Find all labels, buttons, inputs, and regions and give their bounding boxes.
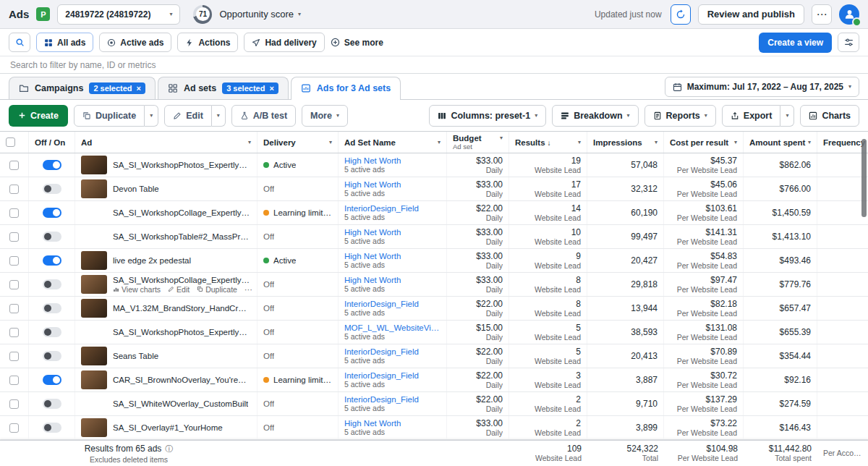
adset-link[interactable]: InteriorDesign_Field xyxy=(344,300,419,308)
search-filter-button[interactable] xyxy=(9,33,30,52)
more-menu-button[interactable]: More ▾ xyxy=(302,105,348,127)
date-range-selector[interactable]: Maximum: Jul 17, 2022 – Aug 17, 2025 ▾ xyxy=(665,77,859,97)
ad-status-toggle[interactable] xyxy=(43,255,61,266)
results-label: Website Lead xyxy=(535,310,581,318)
ad-status-toggle[interactable] xyxy=(43,423,61,433)
opportunity-score-dropdown[interactable]: Opportunity score ▾ xyxy=(219,9,301,20)
header-impressions[interactable]: Impressions▾ xyxy=(587,132,664,153)
header-results[interactable]: Results↓ ▾ xyxy=(509,132,587,153)
ad-name-link[interactable]: CAR_SI_BrownNoOverlay_You'reBetter xyxy=(113,376,251,384)
adset-link[interactable]: InteriorDesign_Field xyxy=(344,204,419,213)
duplicate-action[interactable]: Duplicate xyxy=(197,285,237,294)
view-charts-action[interactable]: View charts xyxy=(113,285,161,294)
header-cost-per-result[interactable]: Cost per result▾ xyxy=(664,132,744,153)
ad-status-toggle[interactable] xyxy=(43,375,61,385)
ad-name-link[interactable]: SA_SI_WhiteWOverlay_CustomBuilt xyxy=(113,399,248,408)
row-checkbox[interactable] xyxy=(9,376,19,385)
more-actions[interactable]: ⋯ xyxy=(244,285,252,294)
row-checkbox[interactable] xyxy=(9,185,19,194)
row-checkbox[interactable] xyxy=(9,399,19,409)
header-ad[interactable]: Ad▾ xyxy=(75,132,258,153)
adset-link[interactable]: MOF_L_WL_WebsiteVisitors+... xyxy=(344,323,441,332)
header-delivery[interactable]: Delivery▾ xyxy=(258,132,339,153)
header-budget[interactable]: Budget▾ Ad set xyxy=(447,132,509,153)
row-checkbox[interactable] xyxy=(9,161,19,170)
filter-actions[interactable]: Actions xyxy=(177,33,238,52)
tab-ads[interactable]: Ads for 3 Ad sets xyxy=(291,77,401,99)
see-more-button[interactable]: See more xyxy=(331,38,383,48)
adset-link[interactable]: High Net Worth xyxy=(344,228,401,237)
adset-link[interactable]: High Net Worth xyxy=(344,156,401,165)
adset-link[interactable]: High Net Worth xyxy=(344,276,401,284)
ad-name-link[interactable]: SA_SI_WorkshopPhotos_ExpertlyHandcrafted… xyxy=(113,161,251,169)
review-and-publish-button[interactable]: Review and publish xyxy=(698,4,804,25)
adset-link[interactable]: High Net Worth xyxy=(344,180,401,189)
header-frequency[interactable]: Frequency xyxy=(817,132,868,153)
ad-name-link[interactable]: SA_SI_WorkshopTable#2_MassProduced - Co.… xyxy=(113,232,251,241)
ad-name-link[interactable]: MA_V1.32M_BrandStory_HandCrafted xyxy=(113,304,251,313)
edit-dropdown[interactable]: ▾ xyxy=(212,105,226,127)
edit-button[interactable]: Edit xyxy=(164,105,212,127)
filter-all-ads[interactable]: All ads xyxy=(36,33,93,52)
ad-status-toggle[interactable] xyxy=(43,279,61,289)
adset-link[interactable]: InteriorDesign_Field xyxy=(344,371,419,380)
export-dropdown[interactable]: ▾ xyxy=(780,105,794,127)
ad-name-link[interactable]: Seans Table xyxy=(113,352,158,360)
row-checkbox[interactable] xyxy=(9,208,19,218)
ad-name-link[interactable]: SA_SI_WorkshopCollage_ExpertlyHandcrafte… xyxy=(113,276,251,284)
header-ad-set-name[interactable]: Ad Set Name▾ xyxy=(339,132,447,153)
adset-link[interactable]: InteriorDesign_Field xyxy=(344,395,419,404)
refresh-button[interactable] xyxy=(671,4,691,25)
charts-button[interactable]: Charts xyxy=(800,105,859,127)
more-options-button[interactable]: ⋯ xyxy=(812,4,832,25)
filter-active-ads[interactable]: Active ads xyxy=(99,33,171,52)
cost-per-result-value: $97.47 xyxy=(710,276,737,285)
row-checkbox[interactable] xyxy=(9,280,19,289)
tab-campaigns[interactable]: Campaigns 2 selected × xyxy=(9,77,156,99)
ad-status-toggle[interactable] xyxy=(43,399,61,409)
ad-status-toggle[interactable] xyxy=(43,160,61,170)
ad-name-link[interactable]: live edge 2x pedestal xyxy=(113,256,191,265)
adset-link[interactable]: High Net Worth xyxy=(344,252,401,260)
vertical-scrollbar[interactable] xyxy=(861,139,867,217)
ad-status-toggle[interactable] xyxy=(43,184,61,194)
ad-name-link[interactable]: SA_SI_WorkshopPhotos_ExpertlyHandcrafted… xyxy=(113,328,251,336)
ad-status-toggle[interactable] xyxy=(43,232,61,242)
search-input[interactable] xyxy=(10,60,858,70)
ad-name-link[interactable]: Devon Table xyxy=(113,185,159,193)
row-checkbox[interactable] xyxy=(9,423,19,433)
duplicate-button[interactable]: Duplicate xyxy=(74,105,145,127)
ad-name-link[interactable]: SA_SI_Overlay#1_YourHome xyxy=(113,423,223,432)
header-amount-spent[interactable]: Amount spent▾ xyxy=(744,132,817,153)
ad-status-toggle[interactable] xyxy=(43,303,61,313)
ad-name-link[interactable]: SA_SI_WorkshopCollage_ExpertlyHandcrafte… xyxy=(113,208,251,217)
create-a-view-button[interactable]: Create a view xyxy=(759,33,832,53)
ad-status-toggle[interactable] xyxy=(43,327,61,337)
adset-link[interactable]: InteriorDesign_Field xyxy=(344,347,419,356)
select-all-checkbox[interactable] xyxy=(6,137,15,147)
close-icon[interactable]: × xyxy=(269,85,273,93)
adset-link[interactable]: High Net Worth xyxy=(344,419,401,428)
edit-action[interactable]: Edit xyxy=(168,285,190,294)
duplicate-dropdown[interactable]: ▾ xyxy=(145,105,158,127)
breakdown-button[interactable]: Breakdown ▾ xyxy=(552,105,638,127)
account-selector[interactable]: 24819722 (24819722) ▾ xyxy=(57,4,180,25)
columns-button[interactable]: Columns: preset-1 ▾ xyxy=(429,105,546,127)
ab-test-button[interactable]: A/B test xyxy=(231,105,296,127)
tab-ad-sets[interactable]: Ad sets 3 selected × xyxy=(158,77,289,99)
row-checkbox[interactable] xyxy=(9,256,19,266)
row-checkbox[interactable] xyxy=(9,352,19,361)
close-icon[interactable]: × xyxy=(137,85,141,93)
ad-status-toggle[interactable] xyxy=(43,351,61,361)
filter-had-delivery[interactable]: Had delivery xyxy=(244,33,324,52)
export-button[interactable]: Export xyxy=(722,105,781,127)
row-checkbox[interactable] xyxy=(9,328,19,337)
ad-status-toggle[interactable] xyxy=(43,208,61,218)
row-checkbox[interactable] xyxy=(9,232,19,242)
reports-button[interactable]: Reports ▾ xyxy=(644,105,716,127)
avatar[interactable] xyxy=(839,4,859,25)
create-button[interactable]: Create xyxy=(9,105,68,127)
row-checkbox[interactable] xyxy=(9,304,19,313)
view-settings-button[interactable] xyxy=(838,33,859,52)
info-icon[interactable]: ⓘ xyxy=(165,444,173,454)
